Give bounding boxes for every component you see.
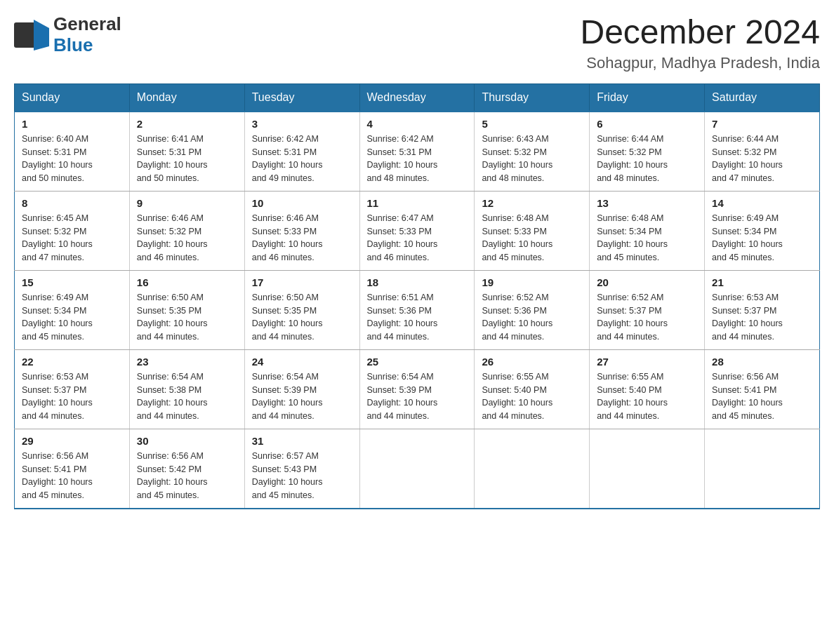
calendar-cell: 17 Sunrise: 6:50 AMSunset: 5:35 PMDaylig… [244, 270, 359, 349]
day-info: Sunrise: 6:46 AMSunset: 5:32 PMDaylight:… [137, 213, 208, 262]
day-number: 27 [597, 356, 697, 368]
day-info: Sunrise: 6:56 AMSunset: 5:42 PMDaylight:… [137, 451, 208, 500]
weekday-header-tuesday: Tuesday [244, 83, 359, 112]
calendar-cell: 27 Sunrise: 6:55 AMSunset: 5:40 PMDaylig… [590, 349, 705, 429]
weekday-header-sunday: Sunday [15, 83, 130, 112]
calendar-cell: 7 Sunrise: 6:44 AMSunset: 5:32 PMDayligh… [705, 112, 820, 192]
calendar-cell: 30 Sunrise: 6:56 AMSunset: 5:42 PMDaylig… [129, 429, 244, 509]
calendar-cell: 24 Sunrise: 6:54 AMSunset: 5:39 PMDaylig… [244, 349, 359, 429]
weekday-header-row: SundayMondayTuesdayWednesdayThursdayFrid… [15, 83, 820, 112]
day-number: 22 [22, 356, 122, 368]
calendar-cell: 1 Sunrise: 6:40 AMSunset: 5:31 PMDayligh… [15, 112, 130, 192]
day-number: 12 [482, 197, 582, 209]
calendar-cell: 2 Sunrise: 6:41 AMSunset: 5:31 PMDayligh… [129, 112, 244, 192]
day-number: 31 [252, 435, 352, 447]
day-number: 1 [22, 118, 122, 130]
calendar-cell: 13 Sunrise: 6:48 AMSunset: 5:34 PMDaylig… [590, 191, 705, 270]
week-row-1: 1 Sunrise: 6:40 AMSunset: 5:31 PMDayligh… [15, 112, 820, 192]
day-number: 15 [22, 276, 122, 288]
day-info: Sunrise: 6:53 AMSunset: 5:37 PMDaylight:… [22, 372, 93, 421]
day-number: 14 [712, 197, 812, 209]
calendar-cell: 12 Sunrise: 6:48 AMSunset: 5:33 PMDaylig… [475, 191, 590, 270]
day-number: 20 [597, 276, 697, 288]
calendar-cell: 20 Sunrise: 6:52 AMSunset: 5:37 PMDaylig… [590, 270, 705, 349]
calendar-cell: 29 Sunrise: 6:56 AMSunset: 5:41 PMDaylig… [15, 429, 130, 509]
day-number: 24 [252, 356, 352, 368]
logo: General Blue [14, 14, 121, 56]
calendar-cell: 19 Sunrise: 6:52 AMSunset: 5:36 PMDaylig… [475, 270, 590, 349]
day-info: Sunrise: 6:53 AMSunset: 5:37 PMDaylight:… [712, 293, 783, 342]
calendar-cell [475, 429, 590, 509]
day-info: Sunrise: 6:43 AMSunset: 5:32 PMDaylight:… [482, 134, 552, 183]
week-row-4: 22 Sunrise: 6:53 AMSunset: 5:37 PMDaylig… [15, 349, 820, 429]
day-info: Sunrise: 6:50 AMSunset: 5:35 PMDaylight:… [137, 293, 208, 342]
day-info: Sunrise: 6:56 AMSunset: 5:41 PMDaylight:… [22, 451, 93, 500]
day-info: Sunrise: 6:55 AMSunset: 5:40 PMDaylight:… [482, 372, 552, 421]
day-number: 3 [252, 118, 352, 130]
weekday-header-friday: Friday [590, 83, 705, 112]
day-number: 30 [137, 435, 237, 447]
calendar-cell: 16 Sunrise: 6:50 AMSunset: 5:35 PMDaylig… [129, 270, 244, 349]
day-info: Sunrise: 6:42 AMSunset: 5:31 PMDaylight:… [252, 134, 323, 183]
day-info: Sunrise: 6:50 AMSunset: 5:35 PMDaylight:… [252, 293, 323, 342]
day-number: 18 [367, 276, 468, 288]
day-info: Sunrise: 6:44 AMSunset: 5:32 PMDaylight:… [712, 134, 783, 183]
day-number: 7 [712, 118, 812, 130]
day-info: Sunrise: 6:52 AMSunset: 5:37 PMDaylight:… [597, 293, 668, 342]
day-number: 25 [367, 356, 468, 368]
week-row-5: 29 Sunrise: 6:56 AMSunset: 5:41 PMDaylig… [15, 429, 820, 509]
week-row-2: 8 Sunrise: 6:45 AMSunset: 5:32 PMDayligh… [15, 191, 820, 270]
day-info: Sunrise: 6:47 AMSunset: 5:33 PMDaylight:… [367, 213, 438, 262]
day-info: Sunrise: 6:56 AMSunset: 5:41 PMDaylight:… [712, 372, 783, 421]
svg-rect-0 [14, 22, 37, 48]
calendar-table: SundayMondayTuesdayWednesdayThursdayFrid… [14, 83, 820, 509]
day-number: 17 [252, 276, 352, 288]
calendar-cell: 22 Sunrise: 6:53 AMSunset: 5:37 PMDaylig… [15, 349, 130, 429]
weekday-header-saturday: Saturday [705, 83, 820, 112]
day-info: Sunrise: 6:40 AMSunset: 5:31 PMDaylight:… [22, 134, 93, 183]
calendar-cell: 6 Sunrise: 6:44 AMSunset: 5:32 PMDayligh… [590, 112, 705, 192]
day-number: 6 [597, 118, 697, 130]
weekday-header-monday: Monday [129, 83, 244, 112]
day-number: 21 [712, 276, 812, 288]
day-number: 2 [137, 118, 237, 130]
calendar-title: December 2024 [580, 14, 820, 51]
day-info: Sunrise: 6:55 AMSunset: 5:40 PMDaylight:… [597, 372, 668, 421]
day-info: Sunrise: 6:57 AMSunset: 5:43 PMDaylight:… [252, 451, 323, 500]
logo-general-text: General [53, 14, 121, 35]
day-info: Sunrise: 6:44 AMSunset: 5:32 PMDaylight:… [597, 134, 668, 183]
calendar-cell: 15 Sunrise: 6:49 AMSunset: 5:34 PMDaylig… [15, 270, 130, 349]
weekday-header-thursday: Thursday [475, 83, 590, 112]
calendar-cell: 4 Sunrise: 6:42 AMSunset: 5:31 PMDayligh… [359, 112, 475, 192]
day-info: Sunrise: 6:48 AMSunset: 5:33 PMDaylight:… [482, 213, 552, 262]
logo-icon [14, 20, 49, 51]
calendar-cell [359, 429, 475, 509]
day-number: 13 [597, 197, 697, 209]
calendar-cell [705, 429, 820, 509]
svg-marker-1 [34, 20, 49, 51]
day-number: 4 [367, 118, 468, 130]
day-number: 5 [482, 118, 582, 130]
day-info: Sunrise: 6:51 AMSunset: 5:36 PMDaylight:… [367, 293, 438, 342]
calendar-cell: 18 Sunrise: 6:51 AMSunset: 5:36 PMDaylig… [359, 270, 475, 349]
logo-blue-text: Blue [53, 35, 121, 56]
day-info: Sunrise: 6:42 AMSunset: 5:31 PMDaylight:… [367, 134, 438, 183]
calendar-cell: 23 Sunrise: 6:54 AMSunset: 5:38 PMDaylig… [129, 349, 244, 429]
day-info: Sunrise: 6:54 AMSunset: 5:38 PMDaylight:… [137, 372, 208, 421]
calendar-cell: 21 Sunrise: 6:53 AMSunset: 5:37 PMDaylig… [705, 270, 820, 349]
title-block: December 2024 Sohagpur, Madhya Pradesh, … [580, 14, 820, 72]
week-row-3: 15 Sunrise: 6:49 AMSunset: 5:34 PMDaylig… [15, 270, 820, 349]
day-number: 28 [712, 356, 812, 368]
day-number: 26 [482, 356, 582, 368]
calendar-cell: 10 Sunrise: 6:46 AMSunset: 5:33 PMDaylig… [244, 191, 359, 270]
day-info: Sunrise: 6:48 AMSunset: 5:34 PMDaylight:… [597, 213, 668, 262]
day-number: 9 [137, 197, 237, 209]
day-info: Sunrise: 6:41 AMSunset: 5:31 PMDaylight:… [137, 134, 208, 183]
calendar-cell: 31 Sunrise: 6:57 AMSunset: 5:43 PMDaylig… [244, 429, 359, 509]
weekday-header-wednesday: Wednesday [359, 83, 475, 112]
day-number: 16 [137, 276, 237, 288]
day-number: 19 [482, 276, 582, 288]
day-info: Sunrise: 6:49 AMSunset: 5:34 PMDaylight:… [712, 213, 783, 262]
day-number: 10 [252, 197, 352, 209]
day-number: 11 [367, 197, 468, 209]
